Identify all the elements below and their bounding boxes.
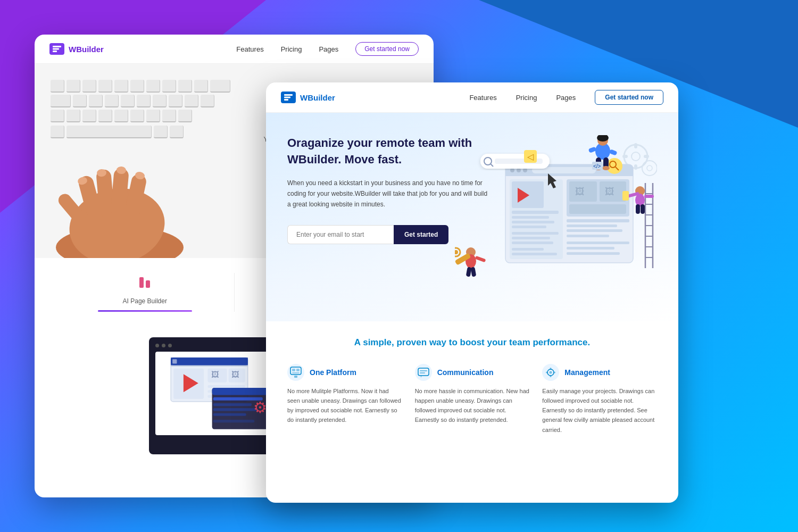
back-nav-pricing[interactable]: Pricing [281, 45, 302, 53]
key [114, 80, 128, 93]
svg-rect-88 [567, 235, 609, 237]
svg-rect-45 [213, 420, 255, 422]
back-nav-features[interactable]: Features [236, 45, 263, 53]
front-start-button[interactable]: Get started [394, 225, 448, 244]
svg-rect-43 [213, 408, 257, 411]
svg-rect-143 [418, 368, 429, 376]
key [73, 95, 87, 107]
svg-text:🖼: 🖼 [605, 186, 614, 197]
back-feature-ai: AI Page Builder [56, 273, 235, 312]
key [169, 95, 182, 107]
front-feature-platform-desc: No more Mulitple Platforms. Now it had s… [287, 386, 402, 425]
svg-rect-86 [567, 225, 617, 227]
svg-text:🖼: 🖼 [575, 186, 585, 197]
svg-rect-71 [512, 216, 549, 219]
svg-rect-29 [171, 365, 248, 367]
front-logo-text: WBuilder [300, 93, 335, 102]
svg-point-64 [517, 168, 521, 172]
svg-rect-132 [470, 267, 476, 277]
svg-rect-28 [172, 359, 177, 363]
svg-point-58 [642, 161, 657, 176]
front-feature-communication: Communication No more hassle in communic… [415, 364, 530, 435]
feature-progress-bar [98, 310, 192, 312]
cms-dot-2 [162, 344, 165, 347]
key [51, 95, 71, 107]
cms-dot-3 [168, 344, 172, 347]
svg-point-148 [550, 371, 552, 374]
front-logo-icon [281, 92, 296, 103]
svg-rect-149 [550, 368, 552, 370]
svg-rect-110 [609, 149, 618, 155]
svg-rect-44 [213, 413, 246, 416]
svg-rect-1 [53, 48, 59, 50]
cms-dot-1 [155, 344, 159, 347]
key [146, 80, 160, 93]
front-hero: Oraganize your remote team with WBuilder… [266, 113, 678, 321]
front-feature-comm-title: Communication [437, 368, 494, 377]
svg-rect-77 [512, 248, 544, 251]
svg-point-59 [647, 165, 652, 171]
back-logo[interactable]: WBuilder [49, 43, 104, 55]
front-nav-pages[interactable]: Pages [556, 94, 576, 102]
key [82, 80, 96, 93]
svg-rect-73 [512, 226, 546, 228]
front-logo[interactable]: WBuilder [281, 92, 335, 103]
front-nav-features[interactable]: Features [469, 94, 496, 102]
svg-rect-55 [634, 164, 637, 170]
svg-text:⚙: ⚙ [253, 399, 267, 416]
back-cta-button[interactable]: Get started now [355, 42, 419, 56]
svg-rect-142 [294, 376, 297, 378]
svg-rect-78 [512, 253, 557, 255]
svg-point-99 [606, 158, 622, 174]
front-feature-icon-row-mgmt: Management [542, 364, 657, 381]
svg-point-53 [631, 152, 640, 161]
svg-rect-141 [292, 372, 300, 373]
svg-text:</>: </> [593, 163, 601, 169]
key [185, 95, 198, 107]
svg-rect-144 [420, 370, 427, 371]
svg-rect-2 [53, 51, 57, 52]
front-features-headline: A simple, proven way to boost your team … [287, 337, 657, 348]
key [194, 80, 208, 93]
svg-rect-124 [636, 204, 640, 214]
svg-rect-85 [567, 219, 629, 222]
back-nav-pages[interactable]: Pages [319, 45, 338, 53]
svg-rect-91 [567, 252, 620, 255]
svg-rect-42 [213, 403, 252, 406]
front-feature-management: Management Easily manage your projects. … [542, 364, 657, 435]
svg-text:🖼: 🖼 [211, 370, 219, 379]
back-logo-icon [49, 43, 64, 55]
key [153, 95, 167, 107]
svg-rect-72 [512, 221, 554, 223]
key [121, 95, 135, 107]
svg-rect-87 [567, 229, 622, 232]
front-feature-mgmt-title: Management [564, 368, 610, 377]
front-feature-platform: One Platform No more Mulitple Platforms.… [287, 364, 402, 435]
front-email-input[interactable] [287, 225, 394, 244]
key [178, 80, 192, 93]
back-nav: WBuilder Features Pricing Pages Get star… [35, 35, 434, 64]
svg-rect-125 [641, 204, 645, 214]
hero-illustration: 🖼 🖼 [455, 135, 657, 300]
front-cta-button[interactable]: Get started now [595, 90, 663, 105]
front-features-grid: One Platform No more Mulitple Platforms.… [287, 364, 657, 435]
svg-rect-134 [475, 256, 486, 262]
svg-rect-57 [644, 155, 649, 158]
svg-marker-146 [420, 376, 422, 378]
management-icon [542, 364, 559, 381]
key [98, 80, 112, 93]
front-card: WBuilder Features Pricing Pages Get star… [266, 82, 678, 503]
front-nav-pricing[interactable]: Pricing [516, 94, 537, 102]
front-feature-platform-title: One Platform [310, 368, 356, 377]
svg-rect-127 [622, 191, 629, 201]
svg-rect-0 [53, 46, 61, 47]
key [66, 80, 80, 93]
front-features-section: A simple, proven way to boost your team … [266, 321, 678, 451]
bars-icon [135, 273, 154, 292]
svg-rect-128 [644, 195, 654, 198]
back-feature-ai-label: AI Page Builder [66, 297, 223, 305]
svg-rect-150 [550, 375, 552, 377]
key [51, 80, 64, 93]
svg-rect-89 [567, 242, 629, 244]
svg-rect-49 [284, 94, 293, 96]
